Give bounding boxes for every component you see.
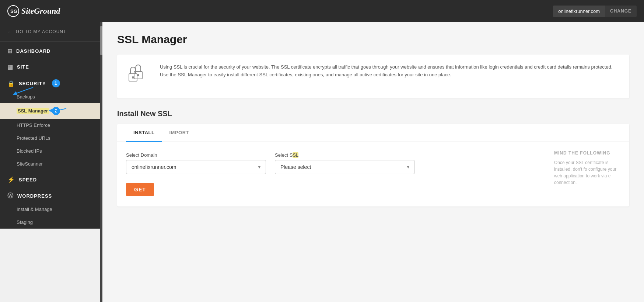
current-domain: onlinefixrunner.com: [553, 6, 605, 17]
sidebar-item-blocked-ips[interactable]: Blocked IPs: [0, 145, 102, 157]
security-section-title[interactable]: 🔒 SECURITY 1: [7, 79, 95, 87]
right-hint: MIND THE FOLLOWING Once your SSL certifi…: [548, 145, 629, 192]
sidebar: ← GO TO MY ACCOUNT ⊞ DASHBOARD ▦ SITE: [0, 22, 102, 229]
sidebar-section-dashboard[interactable]: ⊞ DASHBOARD: [0, 42, 102, 58]
sidebar-section-speed[interactable]: ⚡ SPEED: [0, 170, 102, 186]
logo-text: SiteGround: [21, 6, 60, 16]
svg-text:SG: SG: [10, 8, 17, 14]
sidebar-item-sitescanner[interactable]: SiteScanner: [0, 157, 102, 170]
sidebar-item-install-manage[interactable]: Install & Manage: [0, 203, 102, 216]
sidebar-item-ssl-manager[interactable]: SSL Manager 2: [0, 103, 102, 119]
security-label: SECURITY: [19, 81, 46, 86]
info-box: Using SSL is crucial for the security of…: [117, 55, 629, 98]
back-arrow-icon: ←: [7, 29, 13, 35]
sidebar-item-backups[interactable]: Backups: [0, 90, 102, 103]
domain-form-group: Select Domain onlinefixrunner.com ▼: [126, 152, 266, 174]
ssl-manager-label: SSL Manager: [17, 108, 49, 114]
ssl-label: Select SSL: [275, 152, 415, 158]
wordpress-icon: Ⓦ: [7, 192, 14, 200]
change-domain-button[interactable]: CHANGE: [605, 6, 637, 17]
site-icon: ▦: [7, 63, 13, 70]
sidebar-item-staging[interactable]: Staging: [0, 216, 102, 229]
info-description: Using SSL is crucial for the security of…: [160, 63, 619, 79]
tab-install[interactable]: INSTALL: [126, 124, 162, 142]
sidebar-section-wordpress[interactable]: Ⓦ WORDPRESS: [0, 186, 102, 203]
install-section: INSTALL IMPORT Select Domain onlinefixru…: [117, 124, 629, 206]
wordpress-section-title[interactable]: Ⓦ WORDPRESS: [7, 192, 95, 200]
sidebar-section-site[interactable]: ▦ SITE: [0, 58, 102, 73]
svg-point-5: [132, 76, 134, 79]
hint-title: MIND THE FOLLOWING: [554, 150, 623, 156]
tab-import[interactable]: IMPORT: [162, 124, 196, 142]
lock-icon: 🔒: [7, 80, 15, 87]
annotation-badge-2: 2: [52, 107, 60, 115]
get-button[interactable]: GET: [126, 183, 154, 196]
main-content: SSL Manager Using SSL is crucial for the…: [102, 22, 644, 302]
sidebar-item-https-enforce[interactable]: HTTPS Enforce: [0, 119, 102, 132]
sidebar-item-protected-urls[interactable]: Protected URLs: [0, 132, 102, 145]
hint-text: Once your SSL certificate is installed, …: [554, 159, 623, 186]
wordpress-label: WORDPRESS: [17, 193, 52, 199]
ssl-select-wrapper: Please select ▼: [275, 160, 415, 174]
speed-label: SPEED: [19, 177, 37, 183]
main-layout: ← GO TO MY ACCOUNT ⊞ DASHBOARD ▦ SITE: [0, 22, 644, 302]
dashboard-section-title[interactable]: ⊞ DASHBOARD: [7, 48, 95, 55]
scroll-thumb: [100, 26, 102, 55]
dashboard-label: DASHBOARD: [16, 48, 51, 54]
scrollbar[interactable]: [100, 22, 102, 302]
ssl-locks-icon: [127, 63, 151, 90]
site-label: SITE: [17, 64, 29, 70]
install-section-title: Install New SSL: [117, 110, 629, 118]
speed-section-title[interactable]: ⚡ SPEED: [7, 176, 95, 183]
ssl-form-group: Select SSL Please select ▼: [275, 152, 415, 174]
topbar: SG SiteGround onlinefixrunner.com CHANGE: [0, 0, 644, 22]
page-title: SSL Manager: [117, 33, 629, 46]
annotation-badge-1: 1: [52, 79, 60, 87]
svg-point-4: [137, 74, 139, 76]
tabs-bar: INSTALL IMPORT: [117, 124, 629, 142]
domain-label: Select Domain: [126, 152, 266, 158]
form-row: Select Domain onlinefixrunner.com ▼: [126, 152, 620, 174]
dashboard-icon: ⊞: [7, 48, 13, 55]
domain-bar: onlinefixrunner.com CHANGE: [553, 6, 637, 17]
logo: SG SiteGround: [7, 5, 553, 17]
ssl-select[interactable]: Please select: [275, 160, 415, 174]
go-to-account-link[interactable]: ← GO TO MY ACCOUNT: [0, 22, 102, 42]
domain-select[interactable]: onlinefixrunner.com: [126, 160, 266, 174]
speed-icon: ⚡: [7, 176, 15, 183]
ssl-label-highlight: SL: [293, 152, 298, 158]
sidebar-wrapper: ← GO TO MY ACCOUNT ⊞ DASHBOARD ▦ SITE: [0, 22, 102, 302]
back-label: GO TO MY ACCOUNT: [16, 29, 66, 34]
content-inner: SSL Manager Using SSL is crucial for the…: [102, 22, 644, 218]
domain-select-wrapper: onlinefixrunner.com ▼: [126, 160, 266, 174]
site-section-title[interactable]: ▦ SITE: [7, 63, 95, 70]
sidebar-section-security[interactable]: 🔒 SECURITY 1: [0, 73, 102, 90]
